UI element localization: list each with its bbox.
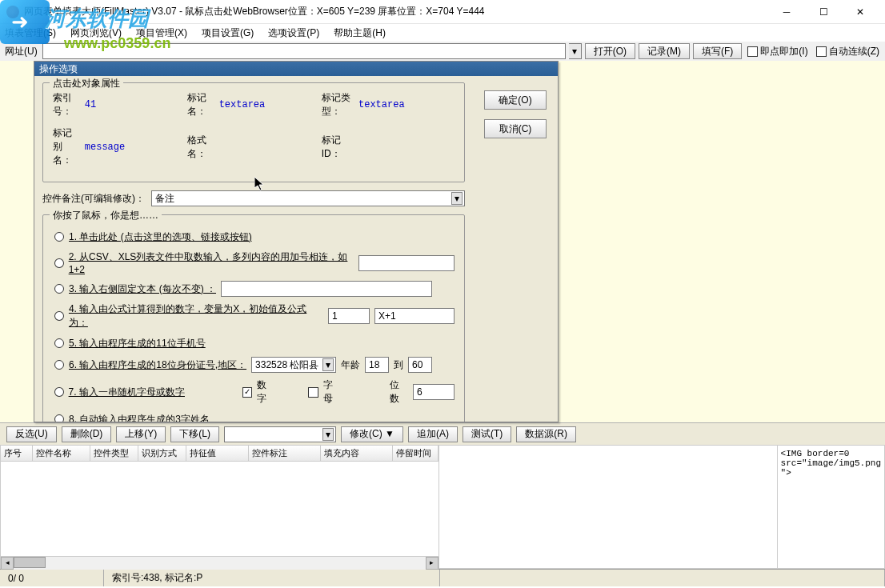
alias-label: 标记别名： xyxy=(53,126,78,167)
option-6-area-dropdown[interactable]: 332528 松阳县▾ xyxy=(251,357,336,373)
options-dialog: 操作选项 确定(O) 取消(C) 点击处对象属性 索引号： 41 标记名： te… xyxy=(34,61,559,422)
option-3-radio[interactable] xyxy=(54,284,64,294)
movedown-button[interactable]: 下移(L) xyxy=(170,426,219,442)
option-4-formula[interactable] xyxy=(374,308,455,324)
right-pane xyxy=(560,61,885,422)
dialog-title: 操作选项 xyxy=(39,62,78,76)
option-2-radio[interactable] xyxy=(54,258,64,268)
option-8-radio[interactable] xyxy=(54,414,64,422)
attributes-group-title: 点击处对象属性 xyxy=(50,77,123,90)
menu-option[interactable]: 选项设置(P) xyxy=(268,26,319,40)
table-headers: 序号 控件名称 控件类型 识别方式 持征值 控件标注 填充内容 停留时间 xyxy=(1,446,438,462)
action-group-title: 你按了鼠标，你是想…… xyxy=(50,209,162,222)
status-count: 0/ 0 xyxy=(0,570,104,586)
menu-file[interactable]: 填表管理(S) xyxy=(5,26,56,40)
option-1-radio[interactable] xyxy=(54,232,64,242)
close-button[interactable]: ✕ xyxy=(842,0,879,24)
action-group: 你按了鼠标，你是想…… 1. 单击此处 (点击这里的选项、链接或按钮) 2. 从… xyxy=(42,214,465,422)
scroll-thumb[interactable] xyxy=(14,557,46,568)
url-label: 网址(U) xyxy=(3,45,39,58)
append-button[interactable]: 追加(A) xyxy=(408,426,458,442)
menu-help[interactable]: 帮助主题(H) xyxy=(334,26,386,40)
window-title: 网页表单填表大师(FillMaster) V3.07 - 鼠标点击处WebBro… xyxy=(24,5,768,18)
datasource-button[interactable]: 数据源(R) xyxy=(516,426,576,442)
url-dropdown[interactable]: ▾ xyxy=(569,43,582,59)
h-scrollbar[interactable]: ◂ ▸ xyxy=(1,556,438,569)
header-hold[interactable]: 持征值 xyxy=(186,446,249,461)
scroll-track[interactable] xyxy=(14,557,426,570)
scroll-right-button[interactable]: ▸ xyxy=(426,557,438,570)
option-6-radio[interactable] xyxy=(54,360,64,370)
statusbar: 0/ 0 索引号:438, 标记名:P xyxy=(0,569,885,586)
option-8-row[interactable]: 8. 自动输入由程序生成的3字姓名 xyxy=(53,411,455,422)
option-4-radio[interactable] xyxy=(54,311,64,321)
status-empty xyxy=(440,570,885,586)
header-tag[interactable]: 控件标注 xyxy=(249,446,321,461)
header-name[interactable]: 控件名称 xyxy=(33,446,90,461)
html-source-panel[interactable]: <IMG border=0 src="image/img5.png "> xyxy=(778,445,885,569)
status-element: 索引号:438, 标记名:P xyxy=(104,570,440,586)
tagid-label: 标记ID： xyxy=(322,134,352,161)
record-button[interactable]: 记录(M) xyxy=(639,43,690,59)
option-5-radio[interactable] xyxy=(54,338,64,348)
content-area: 操作选项 确定(O) 取消(C) 点击处对象属性 索引号： 41 标记名： te… xyxy=(0,61,885,422)
menu-item[interactable]: 项目设置(G) xyxy=(202,26,254,40)
option-7-row[interactable]: 7. 输入一串随机字母或数字 数字 字母 位数 xyxy=(53,378,455,406)
delete-button[interactable]: 删除(D) xyxy=(62,426,112,442)
option-6-row[interactable]: 6. 输入由程序生成的18位身份证号,地区： 332528 松阳县▾ 年龄 到 xyxy=(53,357,455,373)
option-6-age-to[interactable] xyxy=(408,357,432,373)
menu-browse[interactable]: 网页浏览(V) xyxy=(70,26,122,40)
header-identify[interactable]: 识别方式 xyxy=(138,446,186,461)
option-5-row[interactable]: 5. 输入由程序生成的11位手机号 xyxy=(53,335,455,351)
option-2-row[interactable]: 2. 从CSV、XLS列表文件中取数输入，多列内容的用加号相连，如1+2 xyxy=(53,250,455,275)
ok-button[interactable]: 确定(O) xyxy=(484,90,547,110)
maximize-button[interactable]: ☐ xyxy=(805,0,842,24)
test-button[interactable]: 测试(T) xyxy=(463,426,511,442)
action-dropdown[interactable]: ▾ xyxy=(224,426,336,442)
middle-panel[interactable] xyxy=(439,445,778,569)
option-6-age-from[interactable] xyxy=(365,357,389,373)
option-3-input[interactable] xyxy=(221,281,432,297)
cancel-button[interactable]: 取消(C) xyxy=(484,119,547,138)
tagtype-label: 标记类型： xyxy=(322,91,352,118)
option-4-row[interactable]: 4. 输入由公式计算得到的数字，变量为X，初始值及公式为： xyxy=(53,302,455,330)
dialog-titlebar[interactable]: 操作选项 xyxy=(34,62,558,76)
scroll-left-button[interactable]: ◂ xyxy=(1,557,14,570)
tag-label: 标记名： xyxy=(187,91,213,118)
header-seq[interactable]: 序号 xyxy=(1,446,33,461)
option-7-length[interactable] xyxy=(413,384,455,400)
controls-table[interactable]: 序号 控件名称 控件类型 识别方式 持征值 控件标注 填充内容 停留时间 ◂ ▸ xyxy=(0,445,439,569)
header-stay[interactable]: 停留时间 xyxy=(393,446,438,461)
attributes-group: 点击处对象属性 索引号： 41 标记名： textarea 标记类型： text… xyxy=(42,82,465,182)
autoconn-checkbox[interactable]: 自动连续(Z) xyxy=(814,45,882,58)
url-input[interactable] xyxy=(42,43,566,59)
index-value: 41 xyxy=(85,99,181,110)
unselect-button[interactable]: 反选(U) xyxy=(6,426,57,442)
option-7-alpha-checkbox[interactable] xyxy=(308,387,318,398)
menu-project[interactable]: 项目管理(X) xyxy=(136,26,187,40)
option-2-input[interactable] xyxy=(358,255,455,271)
option-1-row[interactable]: 1. 单击此处 (点击这里的选项、链接或按钮) xyxy=(53,229,455,245)
moveup-button[interactable]: 上移(Y) xyxy=(116,426,166,442)
modify-button[interactable]: 修改(C) ▼ xyxy=(341,426,403,442)
option-7-num-checkbox[interactable] xyxy=(242,387,253,398)
table-body[interactable] xyxy=(1,462,438,556)
style-label: 格式名： xyxy=(187,134,213,161)
titlebar: 网页表单填表大师(FillMaster) V3.07 - 鼠标点击处WebBro… xyxy=(0,0,885,24)
tagtype-value: textarea xyxy=(358,99,455,110)
instant-checkbox[interactable]: 即点即加(I) xyxy=(745,45,810,58)
fill-button[interactable]: 填写(F) xyxy=(693,43,742,59)
minimize-button[interactable]: ─ xyxy=(768,0,805,24)
lists-area: 序号 控件名称 控件类型 识别方式 持征值 控件标注 填充内容 停留时间 ◂ ▸… xyxy=(0,445,885,569)
option-4-init[interactable] xyxy=(328,308,370,324)
alias-value: message xyxy=(85,142,181,153)
header-content[interactable]: 填充内容 xyxy=(321,446,393,461)
tag-value: textarea xyxy=(219,99,315,110)
option-3-row[interactable]: 3. 输入右侧固定文本 (每次不变) ： xyxy=(53,281,455,297)
option-7-radio[interactable] xyxy=(54,387,64,397)
app-icon xyxy=(6,6,19,18)
address-bar: 网址(U) ▾ 打开(O) 记录(M) 填写(F) 即点即加(I) 自动连续(Z… xyxy=(0,42,885,61)
header-type[interactable]: 控件类型 xyxy=(90,446,138,461)
note-dropdown[interactable]: 备注▾ xyxy=(151,190,465,206)
open-button[interactable]: 打开(O) xyxy=(585,43,635,59)
